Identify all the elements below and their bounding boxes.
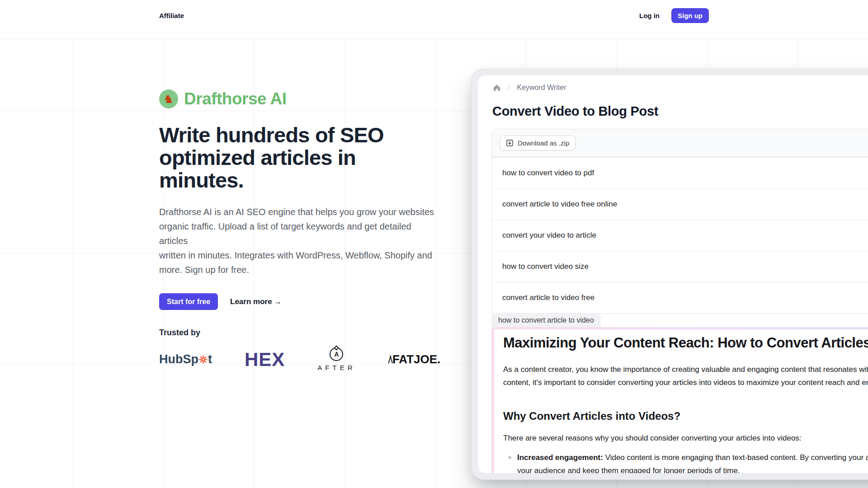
bullet-line-1-rest: Video content is more engaging than text… [603,453,868,462]
brand-logo: ♞ Drafthorse AI [159,89,439,108]
hero-title-line: Write hundreds of SEO [159,123,384,147]
download-zip-button[interactable]: Download as .zip [500,136,576,150]
horse-glyph: ♞ [163,93,174,105]
fatjoe-logo: /\ FATJOE. [388,352,441,366]
bullet-line-2: your audience and keep them engaged for … [517,464,868,473]
after-logo: A AFTER [317,347,355,371]
after-letter: A [334,351,339,358]
after-compass-icon: A [330,347,343,361]
article-paragraph: As a content creator, you know the impor… [503,363,868,389]
after-diamond-icon [334,345,339,350]
hero-description-line: organic traffic. Upload a list of target… [159,219,439,248]
horse-logo-icon: ♞ [159,89,178,108]
bullet-line-1: Increased engagement: Video content is m… [517,451,868,464]
list-item: Increased engagement: Video content is m… [503,451,868,473]
login-link[interactable]: Log in [639,12,660,19]
hero-description-line: written in minutes. Integrates with Word… [159,248,439,263]
hex-logo: HEX [245,349,285,371]
download-icon [506,139,514,147]
app-preview-surface: / Keyword Writer Convert Video to Blog P… [478,75,868,473]
hubspot-logo: HubSp t [159,352,212,366]
hero-section: ♞ Drafthorse AI Write hundreds of SEO op… [159,89,439,371]
active-keyword-tab[interactable]: how to convert article to video [491,314,601,327]
keyword-table-toolbar: Download as .zip [492,129,868,157]
article-section-heading: Why Convert Articles into Videos? [503,410,868,422]
breadcrumb: / Keyword Writer [492,83,868,93]
nav-right-group: Log in Sign up [639,8,709,23]
start-for-free-button[interactable]: Start for free [159,293,218,310]
brand-name: Drafthorse AI [184,89,287,108]
signup-button[interactable]: Sign up [671,8,709,23]
hero-title-line: minutes. [159,168,244,192]
page-title: Convert Video to Blog Post [492,104,868,119]
hero-title: Write hundreds of SEO optimized articles… [159,124,439,192]
hubspot-text-pre: HubSp [159,352,198,366]
keyword-row[interactable]: convert article to video free online [492,188,868,220]
hero-description: Drafthorse AI is an AI SEO engine that h… [159,205,439,277]
article-intro-line: There are several reasons why you should… [503,432,868,445]
fatjoe-mark-icon: /\ [388,353,392,366]
article-preview-frame: Maximizing Your Content Reach: How to Co… [491,327,868,473]
bullet-text: Increased engagement: Video content is m… [517,451,868,473]
hero-description-line: Drafthorse AI is an AI SEO engine that h… [159,205,439,219]
article-preview: Maximizing Your Content Reach: How to Co… [494,329,868,473]
keyword-row[interactable]: convert your video to article [492,220,868,251]
home-icon[interactable] [492,83,501,92]
after-wordmark: AFTER [317,364,355,371]
keyword-table: Download as .zip how to convert video to… [491,129,868,314]
cta-row: Start for free Learn more → [159,293,439,310]
fatjoe-wordmark: FATJOE. [392,352,440,366]
hubspot-text-post: t [208,352,212,366]
bullet-dot [508,456,511,459]
breadcrumb-current[interactable]: Keyword Writer [517,84,566,92]
top-nav: Affiliate Log in Sign up [145,0,723,31]
bullet-bold-lead: Increased engagement: [517,453,603,462]
keyword-row[interactable]: how to convert video size [492,251,868,282]
learn-more-link[interactable]: Learn more → [230,297,282,306]
hubspot-sprocket-icon [199,355,208,364]
trusted-logos-row: HubSp t HEX A AFTER [159,347,439,371]
article-paragraph-line: content, it's important to consider conv… [503,376,868,389]
article-paragraph-line: As a content creator, you know the impor… [503,363,868,376]
trusted-by-label: Trusted by [159,328,439,338]
app-preview-window: / Keyword Writer Convert Video to Blog P… [471,69,868,480]
grid-hline [0,39,868,39]
download-zip-label: Download as .zip [518,139,569,147]
article-title: Maximizing Your Content Reach: How to Co… [503,335,868,351]
keyword-row[interactable]: how to convert video to pdf [492,157,868,188]
hero-description-line: more. Sign up for free. [159,263,439,277]
breadcrumb-separator: / [508,84,510,92]
keyword-row[interactable]: convert article to video free [492,282,868,313]
nav-affiliate-link[interactable]: Affiliate [159,12,184,19]
hero-title-line: optimized articles in [159,145,356,169]
